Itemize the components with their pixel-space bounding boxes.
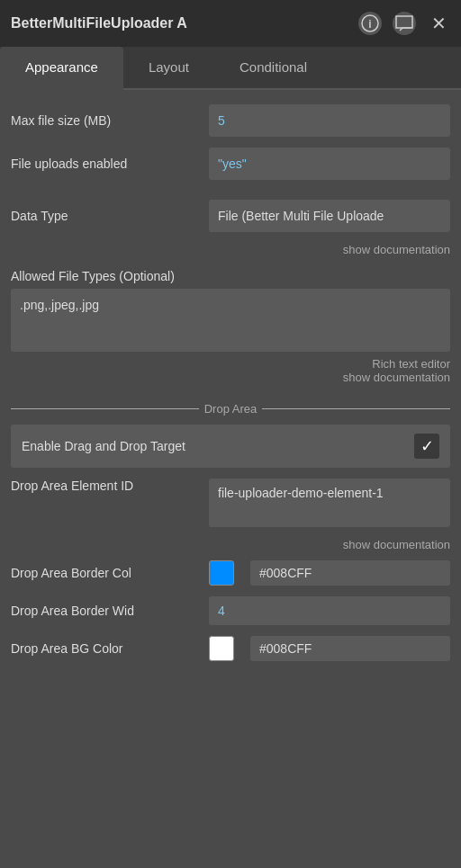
bg-color-inner: #008CFF [209,636,450,661]
file-uploads-enabled-row: File uploads enabled "yes" [11,148,450,180]
data-type-value[interactable]: File (Better Multi File Uploade [209,200,450,232]
border-width-label: Drop Area Border Wid [11,604,209,618]
enable-drag-drop-checkbox[interactable]: ✓ [414,434,439,459]
enable-drag-drop-row[interactable]: Enable Drag and Drop Target ✓ [11,425,450,468]
enable-drag-drop-label: Enable Drag and Drop Target [22,439,185,453]
element-id-row: Drop Area Element ID file-uploader-demo-… [11,479,450,527]
info-icon[interactable]: i [358,12,382,35]
tab-conditional[interactable]: Conditional [214,47,332,90]
max-file-size-row: Max file size (MB) 5 [11,104,450,137]
content-area: Max file size (MB) 5 File uploads enable… [0,90,461,686]
tab-layout[interactable]: Layout [123,47,214,90]
divider-left [11,408,199,409]
max-file-size-value[interactable]: 5 [209,104,450,137]
max-file-size-label: Max file size (MB) [11,113,209,128]
element-id-show-doc[interactable]: show documentation [11,538,450,551]
data-type-label: Data Type [11,209,209,223]
allowed-file-types-label: Allowed File Types (Optional) [11,269,450,283]
border-color-label: Drop Area Border Col [11,566,209,580]
svg-text:i: i [368,18,371,31]
rich-text-editor-link[interactable]: Rich text editor [11,357,450,371]
data-type-row: Data Type File (Better Multi File Upload… [11,200,450,232]
border-width-value[interactable]: 4 [209,596,450,625]
allowed-file-types-links: Rich text editor show documentation [11,357,450,384]
file-uploads-enabled-label: File uploads enabled [11,157,209,171]
border-color-swatch[interactable] [209,560,234,586]
title-bar: BetterMultiFileUploader A i ✕ [0,0,461,47]
file-uploads-enabled-value[interactable]: "yes" [209,148,450,180]
data-type-show-doc[interactable]: show documentation [11,243,450,256]
border-color-inner: #008CFF [209,560,450,586]
bg-color-label: Drop Area BG Color [11,641,209,656]
tab-bar: Appearance Layout Conditional [0,47,461,90]
bg-color-value[interactable]: #008CFF [250,636,450,661]
allowed-file-types-show-doc[interactable]: show documentation [11,371,450,384]
title-bar-icons: i ✕ [358,12,450,35]
allowed-file-types-section: Allowed File Types (Optional) .png,.jpeg… [11,265,450,393]
bg-color-swatch[interactable] [209,636,234,661]
allowed-file-types-input[interactable]: .png,.jpeg,.jpg [11,289,450,352]
border-color-value[interactable]: #008CFF [250,560,450,586]
bg-color-row: Drop Area BG Color #008CFF [11,636,450,661]
border-width-row: Drop Area Border Wid 4 [11,596,450,625]
chat-icon[interactable] [393,12,416,35]
close-icon[interactable]: ✕ [427,12,450,35]
drop-area-label: Drop Area [204,402,258,416]
app-title: BetterMultiFileUploader A [11,15,187,31]
border-color-row: Drop Area Border Col #008CFF [11,560,450,586]
divider-right [262,408,450,409]
tab-appearance[interactable]: Appearance [0,47,123,90]
element-id-label: Drop Area Element ID [11,479,209,493]
drop-area-divider: Drop Area [11,402,450,416]
element-id-value[interactable]: file-uploader-demo-element-1 [209,479,450,527]
